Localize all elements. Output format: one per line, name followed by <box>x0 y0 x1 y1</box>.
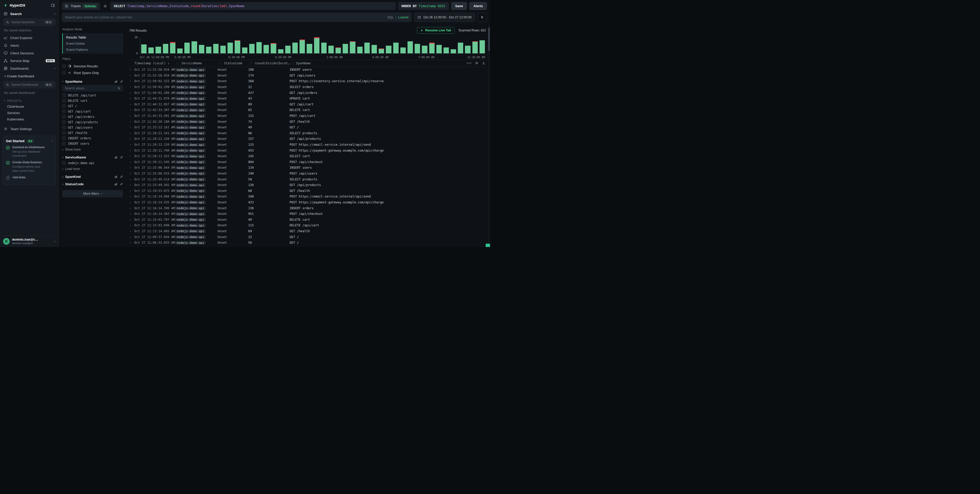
vertical-scrollbar[interactable] <box>488 24 490 247</box>
table-row[interactable]: ›Oct 27 11:29:11.553 AMnodejs-demo-apiUn… <box>129 153 487 159</box>
row-expand-icon[interactable]: › <box>129 120 134 124</box>
filter-value-checkbox[interactable]: DELETE cart <box>62 98 123 103</box>
histogram-bar[interactable] <box>307 37 312 53</box>
sql-select-editor[interactable]: SELECT Timestamp,ServiceName,StatusCode,… <box>110 2 396 10</box>
scrollbar-thumb[interactable] <box>488 27 490 51</box>
histogram-bar[interactable] <box>407 37 413 53</box>
table-row[interactable]: ›Oct 27 11:29:11.545 AMnodejs-demo-apiUn… <box>129 159 487 165</box>
mode-event-patterns[interactable]: Event Patterns <box>63 46 123 52</box>
histogram-bar[interactable] <box>314 37 320 53</box>
sort-desc-icon[interactable]: ↓ <box>167 62 169 65</box>
histogram-bar[interactable] <box>156 37 161 53</box>
histogram-bar[interactable] <box>141 37 146 53</box>
filter-section-spankind[interactable]: › SpanKind <box>62 175 123 179</box>
histogram-bar[interactable] <box>386 37 391 53</box>
row-expand-icon[interactable]: › <box>129 91 134 95</box>
histogram-bar[interactable] <box>415 37 420 53</box>
filter-value-checkbox[interactable]: GET / <box>62 103 123 109</box>
pin-icon[interactable] <box>120 175 123 178</box>
row-expand-icon[interactable]: › <box>129 137 134 141</box>
chevron-up-icon[interactable]: › <box>52 68 56 69</box>
row-expand-icon[interactable]: › <box>129 172 134 175</box>
checkbox[interactable] <box>62 110 65 113</box>
filter-value-checkbox[interactable]: nodejs-demo-api <box>62 160 123 165</box>
sidebar-item-alerts[interactable]: Alerts <box>0 41 59 49</box>
row-expand-icon[interactable]: › <box>129 166 134 170</box>
histogram-bar[interactable] <box>299 37 305 53</box>
histogram-bar[interactable] <box>357 37 363 53</box>
sidebar-item-dashboards[interactable]: Dashboards › <box>0 65 59 72</box>
table-row[interactable]: ›Oct 27 11:16:14.383 AMnodejs-demo-apiUn… <box>129 211 487 217</box>
table-row[interactable]: ›Oct 27 11:53:58.934 AMnodejs-demo-apiUn… <box>129 67 487 73</box>
table-row[interactable]: ›Oct 27 11:44:31.957 AMnodejs-demo-apiUn… <box>129 102 487 107</box>
row-expand-icon[interactable]: › <box>129 125 134 129</box>
histogram-bar[interactable] <box>235 37 240 53</box>
histogram-bar[interactable] <box>148 37 154 53</box>
pin-icon[interactable] <box>120 80 123 83</box>
row-expand-icon[interactable]: › <box>129 200 134 204</box>
histogram-bar[interactable] <box>213 37 219 53</box>
query-language-toggle[interactable]: SQL | Lucene <box>387 16 409 19</box>
checkbox[interactable] <box>62 65 65 68</box>
table-row[interactable]: ›Oct 27 11:16:14.535 AMnodejs-demo-apiUn… <box>129 200 487 205</box>
get-started-item[interactable]: Connect to ClickHouse Set up your databa… <box>6 145 52 158</box>
table-row[interactable]: ›Oct 27 11:15:03.707 AMnodejs-demo-apiUn… <box>129 217 487 222</box>
get-started-item[interactable]: ? Add Data <box>6 176 52 180</box>
checkbox[interactable] <box>62 94 65 97</box>
row-expand-icon[interactable]: › <box>129 160 134 164</box>
date-range-picker[interactable]: Oct 26 12:00:00 - Oct 27 12:00:00 <box>414 13 475 22</box>
row-expand-icon[interactable]: › <box>129 212 134 216</box>
histogram-bar[interactable] <box>473 37 478 53</box>
get-started-item[interactable]: Create Data Sources Configure where your… <box>6 160 52 173</box>
filter-section-statuscode[interactable]: › StatusCode <box>62 182 123 186</box>
sidebar-toggle-icon[interactable] <box>51 3 55 7</box>
filter-value-checkbox[interactable]: GET /api/cart <box>62 109 123 114</box>
row-expand-icon[interactable]: › <box>129 183 134 187</box>
histogram-bar[interactable] <box>285 37 291 53</box>
table-row[interactable]: ›Oct 27 11:33:22.161 AMnodejs-demo-apiUn… <box>129 124 487 130</box>
search-text-field[interactable] <box>65 15 387 19</box>
filter-section-servicename[interactable]: › ServiceName <box>62 156 123 159</box>
alerts-button[interactable]: Alerts <box>469 2 487 10</box>
filter-value-checkbox[interactable]: GET /health <box>62 130 123 135</box>
histogram-bar[interactable] <box>444 37 449 53</box>
histogram-bar[interactable] <box>228 37 233 53</box>
code-view-icon[interactable]: </> <box>466 62 472 65</box>
table-row[interactable]: ›Oct 27 11:42:20.180 AMnodejs-demo-apiUn… <box>129 119 487 124</box>
row-expand-icon[interactable]: › <box>129 241 134 245</box>
row-expand-icon[interactable]: › <box>129 149 134 152</box>
column-header-servicename[interactable]: ⋮⋮ServiceName <box>175 62 218 65</box>
row-expand-icon[interactable]: › <box>129 85 134 89</box>
histogram-bar[interactable] <box>372 37 377 53</box>
preset-item-clickhouse[interactable]: ClickHouse <box>0 103 59 110</box>
sidebar-item-team-settings[interactable]: Team Settings <box>0 125 59 133</box>
histogram-bar[interactable] <box>429 37 434 53</box>
mini-chart-icon[interactable] <box>114 175 118 178</box>
checkbox[interactable] <box>62 126 65 129</box>
drag-handle-icon[interactable]: ⋮⋮ <box>175 62 180 65</box>
drag-handle-icon[interactable]: ⋮⋮ <box>290 62 294 65</box>
histogram-bar[interactable] <box>479 37 485 53</box>
histogram-bar[interactable] <box>163 37 168 53</box>
histogram-bar[interactable] <box>458 37 463 53</box>
row-expand-icon[interactable]: › <box>129 132 134 135</box>
presets-section-header[interactable]: › PRESETS <box>0 97 59 103</box>
filter-value-checkbox[interactable]: GET /api/orders <box>62 114 123 119</box>
source-select[interactable]: Traces Schema <box>62 2 100 10</box>
table-row[interactable]: ›Oct 27 11:50:02.289 AMnodejs-demo-apiUn… <box>129 90 487 96</box>
histogram-bar[interactable] <box>293 37 298 53</box>
histogram-bar[interactable] <box>256 37 262 53</box>
denoise-results-toggle[interactable]: Denoise Results <box>62 63 123 70</box>
histogram-bar[interactable] <box>270 37 276 53</box>
histogram-bar[interactable] <box>206 37 212 53</box>
mode-results-table[interactable]: Results Table <box>63 34 123 40</box>
histogram-bar[interactable] <box>400 37 406 53</box>
user-profile-row[interactable]: D dominic.tran@c… dominic.tran@cli… › <box>0 235 59 247</box>
row-expand-icon[interactable]: › <box>129 218 134 221</box>
sidebar-item-search[interactable]: Search › <box>0 10 59 17</box>
table-row[interactable]: ›Oct 27 11:50:02.299 AMnodejs-demo-apiUn… <box>129 84 487 90</box>
column-header-statuscode[interactable]: ⋮⋮StatusCode <box>218 62 248 65</box>
checkbox[interactable] <box>62 137 65 140</box>
servicename-load-more[interactable]: › Load more <box>62 165 123 171</box>
filter-value-checkbox[interactable]: GET /api/products <box>62 119 123 125</box>
